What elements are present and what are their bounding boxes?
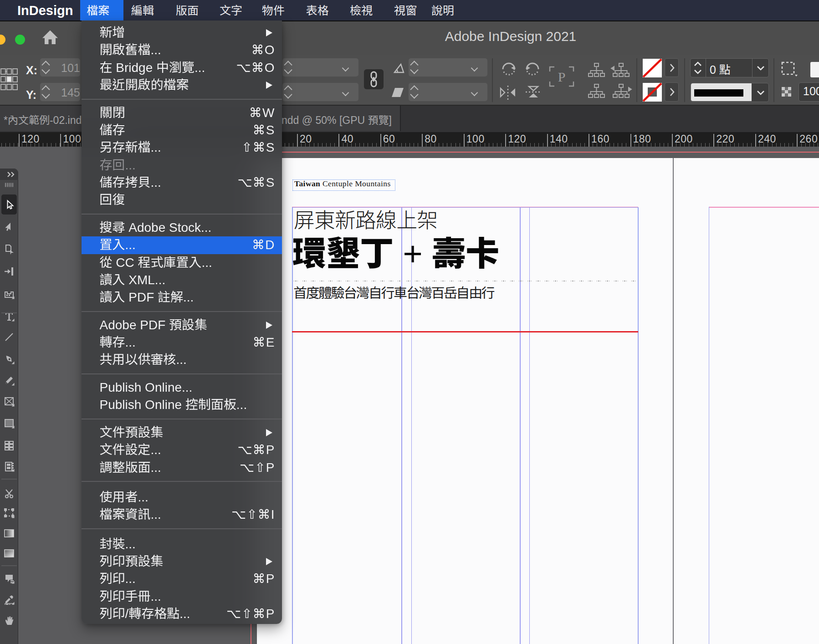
svg-text:P: P xyxy=(558,69,566,84)
